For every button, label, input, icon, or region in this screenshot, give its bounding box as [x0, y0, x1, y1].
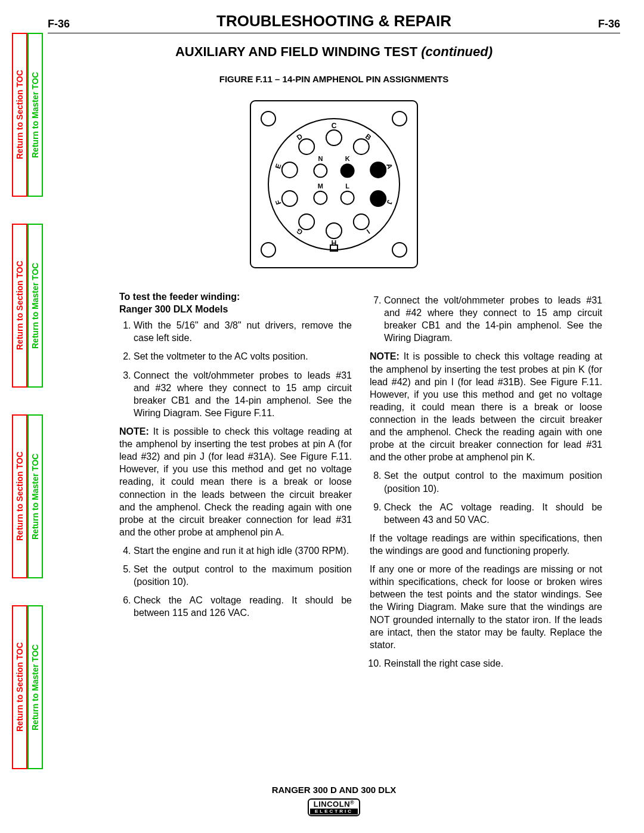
pin-j: [370, 191, 386, 206]
note-2: NOTE: It is possible to check this volta…: [370, 350, 602, 463]
step-4: Start the engine and run it at high idle…: [134, 544, 352, 557]
result-bad-paragraph: If any one or more of the readings are m…: [370, 563, 602, 651]
pin-e: [282, 162, 298, 178]
note-2-label: NOTE:: [370, 351, 400, 361]
section-title: TROUBLESHOOTING & REPAIR: [70, 12, 598, 30]
note-1: NOTE: It is possible to check this volta…: [119, 425, 352, 538]
logo-subbrand: ELECTRIC: [310, 809, 358, 815]
svg-point-1: [261, 112, 275, 126]
pin-m: [314, 191, 327, 205]
page-footer: RANGER 300 D AND 300 DLX LINCOLN® ELECTR…: [48, 785, 620, 816]
procedure-steps-4-6: Start the engine and run it at high idle…: [119, 544, 352, 620]
pin-c: [326, 130, 342, 145]
pin-i: [354, 214, 369, 230]
figure-caption: FIGURE F.11 – 14-PIN AMPHENOL PIN ASSIGN…: [48, 74, 620, 84]
pin-label-m: M: [318, 182, 323, 190]
step-10: Reinstall the right case side.: [384, 657, 602, 670]
step-6: Check the AC voltage reading. It should …: [134, 594, 352, 619]
logo-registered-icon: ®: [350, 800, 354, 806]
svg-point-3: [261, 243, 275, 257]
step-2: Set the voltmeter to the AC volts positi…: [134, 350, 352, 363]
pin-k: [341, 164, 354, 177]
pin-label-j: J: [385, 199, 394, 206]
page-number-right: F-36: [598, 18, 620, 30]
pin-label-l: L: [345, 182, 349, 190]
step-1: With the 5/16" and 3/8" nut drivers, rem…: [134, 319, 352, 344]
amphenol-diagram: CBAJIHGFED KLMN: [244, 95, 423, 274]
note-2-text: It is possible to check this voltage rea…: [370, 351, 602, 462]
pin-g: [299, 214, 314, 230]
svg-point-5: [268, 119, 400, 250]
header-rule: [48, 33, 620, 33]
note-1-label: NOTE:: [119, 426, 149, 436]
page-content: F-36 TROUBLESHOOTING & REPAIR F-36 AUXIL…: [48, 12, 620, 676]
page-header: F-36 TROUBLESHOOTING & REPAIR F-36: [48, 12, 620, 30]
pin-label-k: K: [345, 155, 350, 162]
pin-n: [314, 164, 327, 177]
return-section-toc-link[interactable]: Return to Section TOC: [12, 224, 27, 388]
test-title-text: AUXILIARY AND FIELD WINDING TEST: [175, 44, 421, 59]
step-5: Set the output control to the maximum po…: [134, 563, 352, 588]
procedure-heading-line1: To test the feeder winding:: [119, 292, 240, 302]
step-7: Connect the volt/ohmmeter probes to lead…: [384, 294, 602, 344]
return-master-toc-link[interactable]: Return to Master TOC: [27, 605, 43, 769]
return-section-toc-link[interactable]: Return to Section TOC: [12, 414, 27, 578]
procedure-step-7: Connect the volt/ohmmeter probes to lead…: [370, 294, 602, 344]
return-section-toc-link[interactable]: Return to Section TOC: [12, 605, 27, 769]
step-3: Connect the volt/ohmmeter probes to lead…: [134, 369, 352, 419]
test-title: AUXILIARY AND FIELD WINDING TEST (contin…: [48, 44, 620, 60]
pin-label-h: H: [332, 239, 337, 247]
procedure-steps-8-9: Set the output control to the maximum po…: [370, 469, 602, 525]
pin-b: [354, 139, 369, 154]
pin-label-c: C: [332, 122, 337, 130]
procedure-steps-1-3: With the 5/16" and 3/8" nut drivers, rem…: [119, 319, 352, 419]
logo-brand: LINCOLN: [314, 800, 350, 809]
return-master-toc-link[interactable]: Return to Master TOC: [27, 224, 43, 388]
side-nav-tabs: Return to Section TOC Return to Section …: [12, 33, 43, 796]
page-number-left: F-36: [48, 18, 70, 30]
footer-model: RANGER 300 D AND 300 DLX: [48, 785, 620, 795]
lincoln-electric-logo: LINCOLN® ELECTRIC: [308, 798, 360, 816]
result-ok-paragraph: If the voltage readings are within speci…: [370, 532, 602, 557]
procedure-heading-line2: Ranger 300 DLX Models: [119, 304, 228, 314]
pin-f: [282, 191, 298, 206]
step-9: Check the AC voltage reading. It should …: [384, 501, 602, 526]
pin-label-e: E: [274, 163, 283, 170]
pin-a: [370, 162, 386, 178]
pin-label-i: I: [365, 228, 371, 236]
return-section-toc-link[interactable]: Return to Section TOC: [12, 33, 27, 197]
pin-h: [326, 223, 342, 239]
return-master-toc-link[interactable]: Return to Master TOC: [27, 33, 43, 197]
pin-label-f: F: [274, 199, 283, 206]
pin-label-n: N: [318, 155, 323, 162]
left-column: To test the feeder winding: Ranger 300 D…: [119, 290, 352, 676]
svg-point-4: [392, 243, 407, 257]
procedure-step-10: Reinstall the right case side.: [370, 657, 602, 670]
pin-l: [341, 191, 354, 205]
pin-label-a: A: [385, 162, 394, 170]
svg-point-2: [392, 112, 407, 126]
note-1-text: It is possible to check this voltage rea…: [119, 426, 352, 537]
pin-d: [299, 139, 314, 154]
procedure-heading: To test the feeder winding: Ranger 300 D…: [119, 290, 352, 315]
right-column: Connect the volt/ohmmeter probes to lead…: [370, 290, 602, 676]
step-8: Set the output control to the maximum po…: [384, 469, 602, 494]
test-title-continued: (continued): [421, 44, 493, 59]
return-master-toc-link[interactable]: Return to Master TOC: [27, 414, 43, 578]
